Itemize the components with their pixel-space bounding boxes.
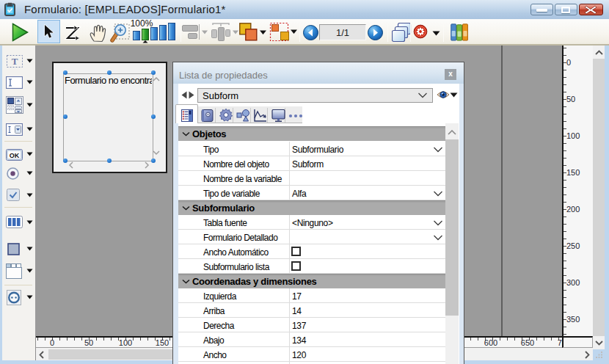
- svg-text:OK: OK: [10, 152, 20, 159]
- svg-text:T: T: [12, 56, 18, 67]
